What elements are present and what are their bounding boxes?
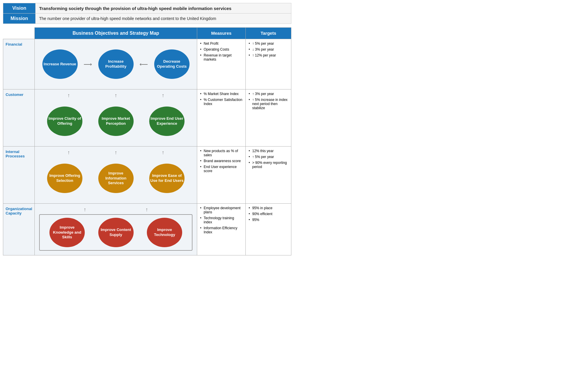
- header-table: Vision Transforming society through the …: [3, 3, 291, 24]
- org-measures: Employee development plans Technology tr…: [197, 204, 246, 255]
- internal-measure-2: Brand awareness score: [200, 159, 242, 163]
- financial-map: Increase Revenue ⟶ Increase Profitabilit…: [35, 39, 197, 89]
- financial-targets-list: ↑ 5% per year ↓ 3% per year ↑ 12% per ye…: [249, 41, 288, 57]
- improve-technology-node: Improve Technology: [147, 218, 182, 247]
- arrow-up-int-3: ↑: [162, 149, 164, 156]
- org-targets-list: 95% in place 90% efficient 95%: [249, 206, 288, 222]
- internal-processes-label: Internal Processes: [3, 147, 35, 204]
- improve-market-perception-node: Improve Market Perception: [98, 107, 134, 136]
- financial-target-1: ↑ 5% per year: [249, 41, 288, 46]
- org-box: Improve Knowledge and Skills Improve Con…: [39, 214, 192, 251]
- internal-measures: New products as % of sales Brand awarene…: [197, 147, 246, 204]
- financial-row: Financial Increase Revenue ⟶ Increase Pr…: [3, 39, 291, 89]
- vision-label: Vision: [3, 3, 36, 14]
- org-ellipses: Improve Knowledge and Skills Improve Con…: [43, 218, 189, 247]
- improve-information-services-node: Improve Information Services: [98, 164, 134, 193]
- arrow-rev-profit: ⟶: [84, 61, 92, 68]
- customer-targets: ↑ 3% per year ↑ 5% increase in index nex…: [246, 89, 291, 147]
- improve-clarity-node: Improve Clarity of Offering: [47, 107, 82, 136]
- improve-ease-of-use-node: Improve Ease of Use for End Users: [149, 164, 185, 193]
- improve-knowledge-skills-node: Improve Knowledge and Skills: [49, 218, 85, 247]
- org-target-1: 95% in place: [249, 206, 288, 210]
- org-target-3: 95%: [249, 218, 288, 222]
- org-targets: 95% in place 90% efficient 95%: [246, 204, 291, 255]
- financial-measure-2: Operating Costs: [200, 47, 242, 51]
- customer-ellipses: Improve Clarity of Offering Improve Mark…: [36, 99, 195, 143]
- org-capacity-label: Organizational Capacity: [3, 204, 35, 255]
- improve-offering-selection-node: Improve Offering Selection: [47, 164, 82, 193]
- org-measure-2: Technology training index: [200, 216, 242, 224]
- internal-map: ↑ ↑ ↑ Improve Offering Selection Improve…: [35, 147, 197, 204]
- internal-targets-list: 12% this year ↑ 5% per year > 90% every …: [249, 149, 288, 169]
- improve-content-supply-node: Improve Content Supply: [98, 218, 134, 247]
- customer-measures-list: % Market Share Index % Customer Satisfac…: [200, 92, 242, 106]
- internal-up-arrows: ↑ ↑ ↑: [36, 149, 195, 156]
- financial-label: Financial: [3, 39, 35, 89]
- arrow-up-org-2: ↑: [145, 207, 148, 213]
- internal-measure-1: New products as % of sales: [200, 149, 242, 157]
- customer-measure-1: % Market Share Index: [200, 92, 242, 96]
- arrow-up-int-1: ↑: [67, 149, 70, 156]
- strategy-map-table: Business Objectives and Strategy Map Mea…: [3, 27, 291, 255]
- improve-end-user-exp-node: Improve End User Experience: [149, 107, 185, 136]
- mission-label: Mission: [3, 14, 36, 24]
- internal-target-3: > 90% every reporting period: [249, 161, 288, 169]
- org-up-arrows: ↑ ↑: [36, 207, 195, 213]
- arrow-up-org-1: ↑: [84, 207, 86, 213]
- internal-measures-list: New products as % of sales Brand awarene…: [200, 149, 242, 173]
- org-measure-1: Employee development plans: [200, 206, 242, 214]
- mission-text: The number one provider of ultra-high sp…: [36, 14, 291, 24]
- customer-map: ↑ ↑ ↑ Improve Clarity of Offering Improv…: [35, 89, 197, 147]
- financial-ellipses: Increase Revenue ⟶ Increase Profitabilit…: [36, 42, 195, 86]
- financial-measure-1: Net Profit: [200, 41, 242, 46]
- customer-row: Customer ↑ ↑ ↑ Improve Clarity of Offeri…: [3, 89, 291, 147]
- financial-target-3: ↑ 12% per year: [249, 53, 288, 57]
- customer-label: Customer: [3, 89, 35, 147]
- increase-revenue-node: Increase Revenue: [42, 49, 78, 79]
- customer-up-arrows: ↑ ↑ ↑: [36, 92, 195, 99]
- customer-measure-2: % Customer Satisfaction Index: [200, 98, 242, 106]
- financial-targets: ↑ 5% per year ↓ 3% per year ↑ 12% per ye…: [246, 39, 291, 89]
- internal-ellipses: Improve Offering Selection Improve Infor…: [36, 156, 195, 200]
- financial-measures-list: Net Profit Operating Costs Revenue in ta…: [200, 41, 242, 61]
- financial-measure-3: Revenue in target markets: [200, 53, 242, 61]
- customer-targets-list: ↑ 3% per year ↑ 5% increase in index nex…: [249, 92, 288, 110]
- increase-profitability-node: Increase Profitability: [98, 49, 134, 79]
- org-capacity-row: Organizational Capacity ↑ ↑ Improve Know…: [3, 204, 291, 255]
- financial-target-2: ↓ 3% per year: [249, 47, 288, 51]
- arrow-up-1: ↑: [67, 92, 70, 99]
- org-measure-3: Information Efficiency Index: [200, 226, 242, 234]
- org-target-2: 90% efficient: [249, 212, 288, 216]
- org-measures-list: Employee development plans Technology tr…: [200, 206, 242, 234]
- customer-measures: % Market Share Index % Customer Satisfac…: [197, 89, 246, 147]
- vision-text: Transforming society through the provisi…: [36, 3, 291, 14]
- internal-target-1: 12% this year: [249, 149, 288, 153]
- col-header-measures: Measures: [197, 28, 246, 39]
- arrow-up-3: ↑: [162, 92, 164, 99]
- customer-target-1: ↑ 3% per year: [249, 92, 288, 96]
- internal-targets: 12% this year ↑ 5% per year > 90% every …: [246, 147, 291, 204]
- col-header-strategy: Business Objectives and Strategy Map: [35, 28, 197, 39]
- col-header-targets: Targets: [246, 28, 291, 39]
- internal-processes-row: Internal Processes ↑ ↑ ↑ Improve Offerin…: [3, 147, 291, 204]
- arrow-up-2: ↑: [114, 92, 117, 99]
- internal-measure-3: End User experience score: [200, 165, 242, 173]
- financial-measures: Net Profit Operating Costs Revenue in ta…: [197, 39, 246, 89]
- internal-target-2: ↑ 5% per year: [249, 155, 288, 159]
- org-map: ↑ ↑ Improve Knowledge and Skills Improve…: [35, 204, 197, 255]
- decrease-operating-costs-node: Decrease Operating Costs: [154, 49, 190, 79]
- arrow-up-int-2: ↑: [114, 149, 117, 156]
- customer-target-2: ↑ 5% increase in index next period then …: [249, 98, 288, 110]
- arrow-profit-cost: ⟵: [139, 61, 148, 68]
